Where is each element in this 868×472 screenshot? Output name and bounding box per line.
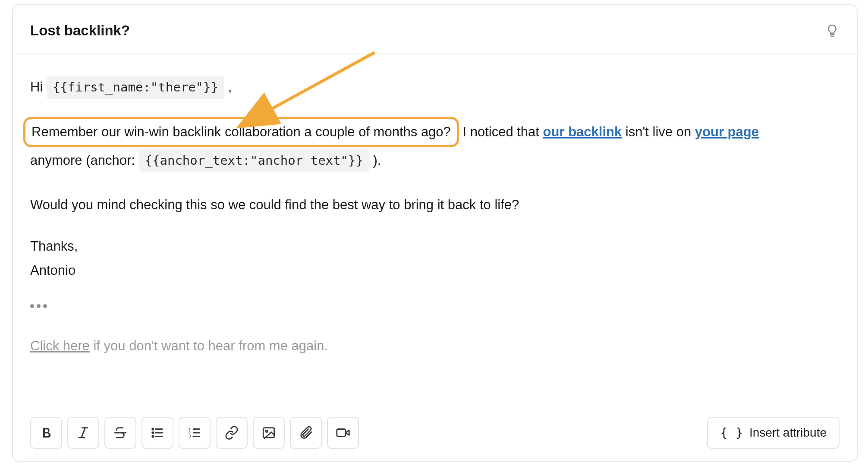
video-button[interactable]	[327, 417, 359, 449]
bold-button[interactable]	[30, 417, 62, 449]
lightbulb-icon[interactable]	[825, 23, 840, 38]
email-editor-card: Lost backlink? Hi {{first_name:"there"}}…	[12, 4, 858, 462]
italic-button[interactable]	[67, 417, 99, 449]
braces-icon: { }	[720, 426, 743, 440]
unsubscribe-link[interactable]: Click here	[30, 338, 90, 353]
format-toolbar: 123 { } Insert attribute	[30, 417, 840, 449]
p1-text-after-highlight: I noticed that	[459, 124, 543, 139]
p1-line2-pre: anymore (anchor:	[30, 153, 139, 168]
attachment-button[interactable]	[290, 417, 322, 449]
anchor-text-variable[interactable]: {{anchor_text:"anchor text"}}	[139, 149, 369, 172]
image-button[interactable]	[253, 417, 285, 449]
paragraph-2: Would you mind checking this so we could…	[30, 195, 840, 215]
svg-point-9	[152, 436, 154, 437]
editor-header: Lost backlink?	[13, 5, 857, 54]
email-subject[interactable]: Lost backlink?	[30, 22, 130, 39]
svg-point-8	[152, 432, 154, 433]
bullet-list-button[interactable]	[142, 417, 173, 449]
our-backlink-link[interactable]: our backlink	[543, 124, 622, 139]
greeting-line: Hi {{first_name:"there"}} ,	[30, 76, 840, 99]
svg-point-17	[266, 430, 267, 432]
first-name-variable[interactable]: {{first_name:"there"}}	[47, 76, 224, 99]
p1-line2-post: ).	[369, 153, 381, 168]
insert-attribute-button[interactable]: { } Insert attribute	[707, 417, 840, 449]
signature-block: Thanks, Antonio	[30, 236, 840, 281]
greeting-suffix: ,	[228, 79, 232, 94]
highlighted-sentence: Remember our win-win backlink collaborat…	[23, 117, 459, 147]
svg-line-2	[82, 428, 85, 438]
thanks-line: Thanks,	[30, 236, 840, 257]
unsubscribe-line: Click here if you don't want to hear fro…	[30, 336, 840, 356]
your-page-link[interactable]: your page	[695, 124, 759, 139]
paragraph-1: Remember our win-win backlink collaborat…	[30, 117, 840, 174]
link-button[interactable]	[216, 417, 248, 449]
ellipsis-icon[interactable]	[30, 304, 47, 308]
p1-mid-text: isn't live on	[622, 124, 695, 139]
svg-rect-18	[337, 429, 346, 437]
signature-name: Antonio	[30, 260, 840, 281]
tool-group-left: 123	[30, 417, 359, 449]
email-body[interactable]: Hi {{first_name:"there"}} , Remember our…	[13, 54, 857, 374]
strikethrough-button[interactable]	[104, 417, 136, 449]
numbered-list-button[interactable]: 123	[179, 417, 211, 449]
svg-text:3: 3	[189, 434, 191, 438]
svg-point-7	[152, 428, 154, 430]
greeting-prefix: Hi	[30, 79, 47, 94]
unsubscribe-rest: if you don't want to hear from me again.	[90, 338, 328, 353]
insert-attribute-label: Insert attribute	[749, 426, 827, 440]
